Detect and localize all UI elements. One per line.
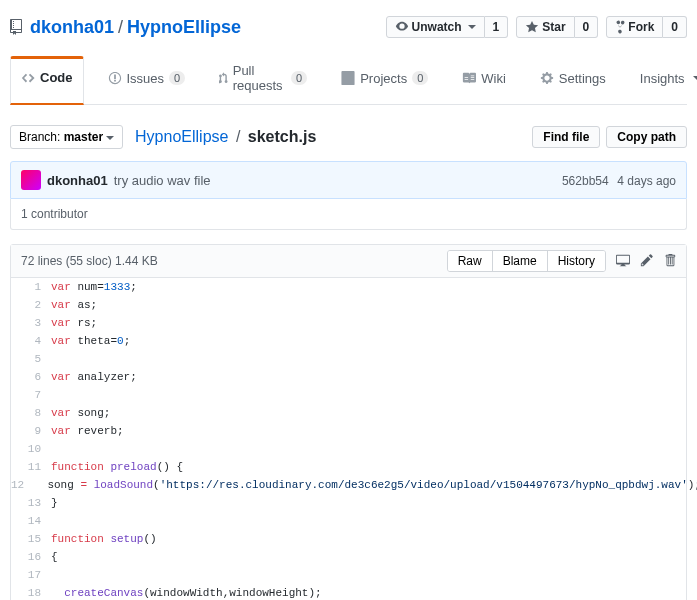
commit-author[interactable]: dkonha01 [47, 173, 108, 188]
commit-message[interactable]: try audio wav file [114, 173, 211, 188]
code-line: 18 createCanvas(windowWidth,windowHeight… [11, 584, 686, 600]
tab-pulls[interactable]: Pull requests0 [209, 56, 317, 104]
gear-icon [540, 71, 554, 85]
star-button[interactable]: Star [516, 16, 574, 38]
commit-time: 4 days ago [617, 174, 676, 188]
code-line: 16{ [11, 548, 686, 566]
line-number[interactable]: 1 [11, 278, 51, 296]
line-number[interactable]: 6 [11, 368, 51, 386]
line-number[interactable]: 16 [11, 548, 51, 566]
line-content: createCanvas(windowWidth,windowHeight); [51, 584, 322, 600]
watch-count[interactable]: 1 [485, 16, 509, 38]
star-count[interactable]: 0 [575, 16, 599, 38]
code-icon [21, 71, 35, 85]
code-line: 14 [11, 512, 686, 530]
code-line: 17 [11, 566, 686, 584]
repo-path: dkonha01 / HypnoEllipse [10, 17, 241, 38]
code-line: 11function preload() { [11, 458, 686, 476]
commit-bar: dkonha01 try audio wav file 562bb54 4 da… [10, 161, 687, 199]
line-number[interactable]: 14 [11, 512, 51, 530]
line-number[interactable]: 13 [11, 494, 51, 512]
code-line: 15function setup() [11, 530, 686, 548]
line-content: var rs; [51, 314, 97, 332]
fork-button[interactable]: Fork [606, 16, 663, 38]
line-number[interactable]: 18 [11, 584, 51, 600]
commit-sha[interactable]: 562bb54 [562, 174, 609, 188]
owner-link[interactable]: dkonha01 [30, 17, 114, 38]
star-icon [525, 20, 539, 34]
line-content: var as; [51, 296, 97, 314]
breadcrumb: HypnoEllipse / sketch.js [135, 128, 316, 146]
code-line: 12 song = loadSound('https://res.cloudin… [11, 476, 686, 494]
tab-code[interactable]: Code [10, 56, 84, 105]
code-line: 1var num=1333; [11, 278, 686, 296]
code-line: 13} [11, 494, 686, 512]
tab-settings[interactable]: Settings [530, 56, 616, 104]
code-line: 9var reverb; [11, 422, 686, 440]
line-content: var reverb; [51, 422, 124, 440]
breadcrumb-file: sketch.js [248, 128, 316, 145]
line-number[interactable]: 3 [11, 314, 51, 332]
tab-insights[interactable]: Insights [630, 56, 697, 104]
delete-icon[interactable] [664, 253, 676, 270]
code-line: 6var analyzer; [11, 368, 686, 386]
tab-issues[interactable]: Issues0 [98, 56, 196, 104]
line-number[interactable]: 17 [11, 566, 51, 584]
raw-button[interactable]: Raw [448, 251, 492, 271]
breadcrumb-root[interactable]: HypnoEllipse [135, 128, 228, 145]
eye-icon [395, 20, 409, 34]
avatar[interactable] [21, 170, 41, 190]
line-content: var analyzer; [51, 368, 137, 386]
code-line: 10 [11, 440, 686, 458]
book-icon [462, 71, 476, 85]
line-content: var theta=0; [51, 332, 130, 350]
repo-link[interactable]: HypnoEllipse [127, 17, 241, 38]
repo-actions: Unwatch 1 Star 0 Fork 0 [386, 16, 687, 38]
repo-icon [10, 19, 26, 35]
line-content: song = loadSound('https://res.cloudinary… [34, 476, 697, 494]
code-line: 4var theta=0; [11, 332, 686, 350]
line-number[interactable]: 15 [11, 530, 51, 548]
blame-button[interactable]: Blame [492, 251, 547, 271]
line-content: } [51, 494, 58, 512]
code-line: 8var song; [11, 404, 686, 422]
line-number[interactable]: 4 [11, 332, 51, 350]
find-file-button[interactable]: Find file [532, 126, 600, 148]
code-line: 5 [11, 350, 686, 368]
line-number[interactable]: 10 [11, 440, 51, 458]
desktop-icon[interactable] [616, 253, 630, 270]
line-content: function preload() { [51, 458, 183, 476]
line-content: { [51, 548, 58, 566]
code-line: 2var as; [11, 296, 686, 314]
fork-icon [615, 20, 625, 34]
edit-icon[interactable] [640, 253, 654, 270]
line-number[interactable]: 9 [11, 422, 51, 440]
line-number[interactable]: 12 [11, 476, 34, 494]
unwatch-button[interactable]: Unwatch [386, 16, 485, 38]
line-content: var num=1333; [51, 278, 137, 296]
code-line: 3var rs; [11, 314, 686, 332]
fork-count[interactable]: 0 [663, 16, 687, 38]
line-number[interactable]: 7 [11, 386, 51, 404]
line-number[interactable]: 11 [11, 458, 51, 476]
issue-icon [108, 71, 122, 85]
line-number[interactable]: 8 [11, 404, 51, 422]
branch-select[interactable]: Branch: master [10, 125, 123, 149]
code-line: 7 [11, 386, 686, 404]
line-number[interactable]: 5 [11, 350, 51, 368]
history-button[interactable]: History [547, 251, 605, 271]
line-content: var song; [51, 404, 110, 422]
tab-wiki[interactable]: Wiki [452, 56, 516, 104]
line-content: function setup() [51, 530, 157, 548]
file-info: 72 lines (55 sloc) 1.44 KB [21, 254, 158, 268]
line-number[interactable]: 2 [11, 296, 51, 314]
repo-nav: Code Issues0 Pull requests0 Projects0 Wi… [10, 56, 687, 105]
pull-icon [219, 71, 228, 85]
code-view: 1var num=1333;2var as;3var rs;4var theta… [11, 278, 686, 600]
tab-projects[interactable]: Projects0 [331, 56, 438, 104]
project-icon [341, 71, 355, 85]
contributors[interactable]: 1 contributor [10, 199, 687, 230]
copy-path-button[interactable]: Copy path [606, 126, 687, 148]
